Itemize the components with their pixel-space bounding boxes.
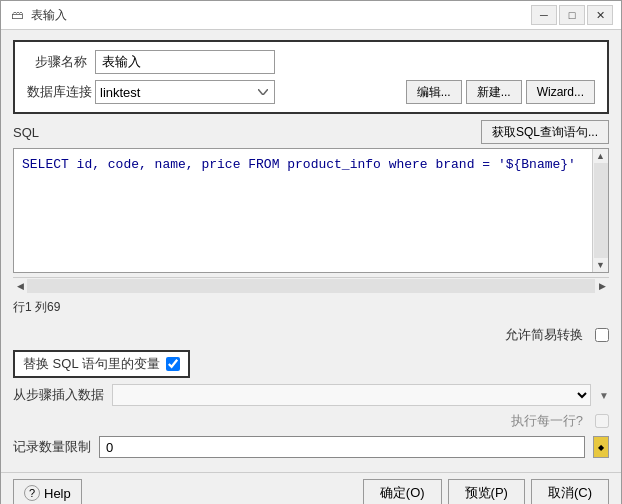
from-step-arrow-icon: ▼ xyxy=(599,390,609,401)
new-button[interactable]: 新建... xyxy=(466,80,522,104)
sql-editor[interactable]: SELECT id, code, name, price FROM produc… xyxy=(14,149,608,272)
replace-variables-checkbox[interactable] xyxy=(166,357,180,371)
preview-button[interactable]: 预览(P) xyxy=(448,479,525,504)
record-limit-input[interactable] xyxy=(99,436,585,458)
form-section: 步骤名称 数据库连接 linktest 编辑... 新建... Wizard..… xyxy=(13,40,609,114)
main-content: 步骤名称 数据库连接 linktest 编辑... 新建... Wizard..… xyxy=(1,30,621,472)
edit-button[interactable]: 编辑... xyxy=(406,80,462,104)
from-insert-row: 从步骤插入数据 ▼ xyxy=(13,384,609,406)
db-connection-label: 数据库连接 xyxy=(27,83,87,101)
help-circle-icon: ? xyxy=(24,485,40,501)
execute-each-row-checkbox[interactable] xyxy=(595,414,609,428)
options-section: 允许简易转换 替换 SQL 语句里的变量 从步骤插入数据 ▼ 执行 xyxy=(13,322,609,462)
execute-each-row-label: 执行每一行? xyxy=(13,412,589,430)
fetch-sql-button[interactable]: 获取SQL查询语句... xyxy=(481,120,609,144)
execute-each-row-row: 执行每一行? xyxy=(13,412,609,430)
sql-label: SQL xyxy=(13,125,39,140)
db-connection-row: 数据库连接 linktest 编辑... 新建... Wizard... xyxy=(27,80,595,104)
record-limit-label: 记录数量限制 xyxy=(13,438,91,456)
footer: ? Help 确定(O) 预览(P) 取消(C) xyxy=(1,472,621,504)
footer-buttons: 确定(O) 预览(P) 取消(C) xyxy=(363,479,609,504)
vertical-scrollbar[interactable]: ▲ ▼ xyxy=(592,149,608,272)
replace-variables-label: 替换 SQL 语句里的变量 xyxy=(23,355,160,373)
position-info: 行1 列69 xyxy=(13,299,609,316)
sql-editor-container: SELECT id, code, name, price FROM produc… xyxy=(13,148,609,273)
replace-variables-row: 替换 SQL 语句里的变量 xyxy=(13,350,609,378)
close-button[interactable]: ✕ xyxy=(587,5,613,25)
scrollbar-track-h xyxy=(27,279,595,293)
replace-variables-box: 替换 SQL 语句里的变量 xyxy=(13,350,190,378)
allow-convert-checkbox[interactable] xyxy=(595,328,609,342)
scroll-left-arrow[interactable]: ◀ xyxy=(13,279,27,293)
allow-convert-label: 允许简易转换 xyxy=(13,326,589,344)
step-name-row: 步骤名称 xyxy=(27,50,595,74)
main-window: 🗃 表输入 ─ □ ✕ 步骤名称 数据库连接 linktest 编辑. xyxy=(0,0,622,504)
sql-header: SQL 获取SQL查询语句... xyxy=(13,120,609,144)
step-name-label: 步骤名称 xyxy=(27,53,87,71)
title-bar: 🗃 表输入 ─ □ ✕ xyxy=(1,1,621,30)
help-label: Help xyxy=(44,486,71,501)
scroll-right-arrow[interactable]: ▶ xyxy=(595,279,609,293)
scrollbar-track-v xyxy=(594,163,608,258)
record-limit-row: 记录数量限制 ◆ xyxy=(13,436,609,458)
horizontal-scrollbar[interactable]: ◀ ▶ xyxy=(13,277,609,293)
db-connection-select[interactable]: linktest xyxy=(95,80,275,104)
window-icon: 🗃 xyxy=(9,7,25,23)
wizard-button[interactable]: Wizard... xyxy=(526,80,595,104)
scroll-down-arrow[interactable]: ▼ xyxy=(594,258,608,272)
confirm-button[interactable]: 确定(O) xyxy=(363,479,442,504)
record-limit-diamond-button[interactable]: ◆ xyxy=(593,436,609,458)
maximize-button[interactable]: □ xyxy=(559,5,585,25)
window-controls: ─ □ ✕ xyxy=(531,5,613,25)
allow-convert-row: 允许简易转换 xyxy=(13,326,609,344)
db-buttons: 编辑... 新建... Wizard... xyxy=(406,80,595,104)
sql-section: SQL 获取SQL查询语句... SELECT id, code, name, … xyxy=(13,120,609,293)
window-title: 表输入 xyxy=(31,7,531,24)
cancel-button[interactable]: 取消(C) xyxy=(531,479,609,504)
step-name-input[interactable] xyxy=(95,50,275,74)
scroll-up-arrow[interactable]: ▲ xyxy=(594,149,608,163)
from-step-select[interactable] xyxy=(112,384,591,406)
help-button[interactable]: ? Help xyxy=(13,479,82,504)
from-step-label: 从步骤插入数据 xyxy=(13,386,104,404)
minimize-button[interactable]: ─ xyxy=(531,5,557,25)
